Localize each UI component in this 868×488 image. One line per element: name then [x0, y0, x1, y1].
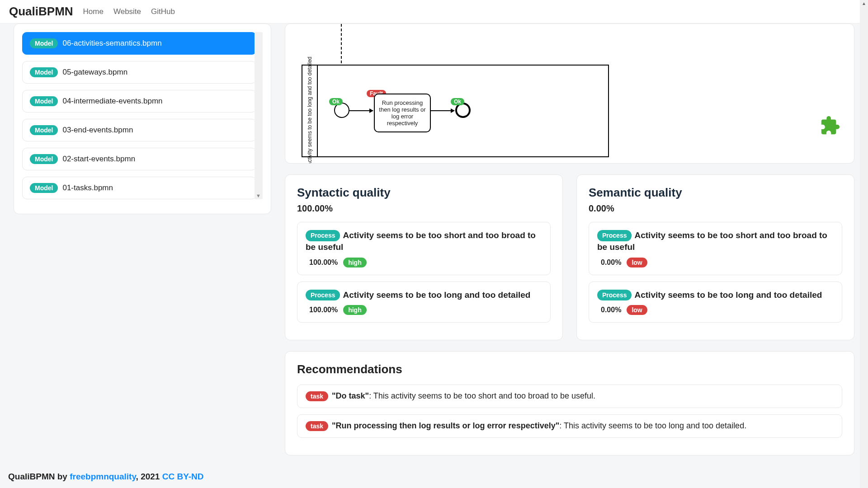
model-label: 01-tasks.bpmn	[62, 183, 113, 192]
level-badge: low	[627, 258, 647, 267]
item-pct: 100.00%	[309, 306, 338, 314]
recommendations-card: Recommendations task"Do task": This acti…	[285, 351, 854, 455]
level-badge: low	[627, 305, 647, 315]
recommendations-title: Recommendations	[297, 362, 842, 376]
semantic-item[interactable]: ProcessActivity seems to be too short an…	[589, 222, 842, 275]
bpmn-lane: Activity seems to be too long and too de…	[302, 65, 609, 157]
process-badge: Process	[306, 230, 340, 241]
model-label: 06-activities-semantics.bpmn	[62, 39, 161, 48]
model-item-01[interactable]: Model 01-tasks.bpmn	[22, 177, 256, 199]
diagram-card: Activity seems to be too long and too de…	[285, 23, 854, 164]
footer-link-license[interactable]: CC BY-ND	[162, 472, 204, 481]
semantic-quality-card: Semantic quality 0.00% ProcessActivity s…	[576, 174, 854, 340]
status-ok: Ok	[451, 98, 464, 105]
nav-home[interactable]: Home	[83, 7, 104, 16]
model-badge: Model	[30, 96, 58, 106]
item-pct: 0.00%	[601, 258, 621, 267]
semantic-title: Semantic quality	[589, 186, 842, 200]
model-badge: Model	[30, 67, 58, 77]
sequence-flow	[349, 110, 373, 111]
model-badge: Model	[30, 154, 58, 164]
model-label: 02-start-events.bpmn	[62, 155, 135, 164]
task-badge: task	[306, 391, 328, 401]
syntactic-quality-card: Syntactic quality 100.00% ProcessActivit…	[285, 174, 563, 340]
status-ok: Ok	[329, 98, 343, 105]
item-pct: 100.00%	[309, 258, 338, 267]
model-list-scrollbar[interactable]: ▼	[255, 32, 263, 199]
model-label: 05-gateways.bpmn	[62, 68, 127, 77]
model-list-card: Model 06-activities-semantics.bpmn Model…	[14, 23, 271, 214]
item-pct: 0.00%	[601, 306, 621, 314]
recommendation-item[interactable]: task"Run processing then log results or …	[297, 414, 842, 438]
chevron-up-icon: ▲	[862, 1, 866, 6]
process-badge: Process	[306, 290, 340, 301]
footer: QualiBPMN by freebpmnquality, 2021 CC BY…	[8, 472, 204, 482]
chevron-down-icon: ▼	[256, 193, 261, 198]
process-badge: Process	[597, 230, 632, 241]
model-label: 03-end-events.bpmn	[62, 126, 133, 135]
level-badge: high	[343, 305, 367, 315]
process-badge: Process	[597, 290, 632, 301]
bpmn-pool: Activity seems to be too long and too de…	[302, 24, 609, 157]
model-item-05[interactable]: Model 05-gateways.bpmn	[22, 61, 256, 84]
syntactic-title: Syntactic quality	[297, 186, 551, 200]
lane-label: Activity seems to be too long and too de…	[302, 66, 318, 156]
semantic-score: 0.00%	[589, 203, 842, 214]
model-item-06[interactable]: Model 06-activities-semantics.bpmn	[22, 32, 256, 55]
nav-github[interactable]: GitHub	[151, 7, 175, 16]
model-badge: Model	[30, 38, 58, 48]
syntactic-item[interactable]: ProcessActivity seems to be too long and…	[297, 282, 551, 323]
sequence-flow	[431, 110, 454, 111]
model-badge: Model	[30, 125, 58, 135]
model-badge: Model	[30, 183, 58, 193]
model-label: 04-intermediate-events.bpmn	[62, 97, 162, 106]
syntactic-item[interactable]: ProcessActivity seems to be too short an…	[297, 222, 551, 275]
nav-website[interactable]: Website	[113, 7, 141, 16]
navbar: QualiBPMN Home Website GitHub	[0, 0, 868, 23]
brand[interactable]: QualiBPMN	[9, 5, 73, 19]
recommendation-item[interactable]: task"Do task": This activity seems to be…	[297, 385, 842, 408]
footer-link-author[interactable]: freebpmnquality	[70, 472, 136, 481]
level-badge: high	[343, 258, 367, 267]
model-item-04[interactable]: Model 04-intermediate-events.bpmn	[22, 90, 256, 113]
bpmn-task[interactable]: Run processing then log results or log e…	[374, 94, 431, 132]
page-scrollbar[interactable]: ▲	[860, 0, 868, 488]
puzzle-icon[interactable]	[820, 115, 840, 136]
syntactic-score: 100.00%	[297, 203, 551, 214]
semantic-item[interactable]: ProcessActivity seems to be too long and…	[589, 282, 842, 323]
task-badge: task	[306, 421, 328, 431]
model-item-02[interactable]: Model 02-start-events.bpmn	[22, 148, 256, 170]
model-item-03[interactable]: Model 03-end-events.bpmn	[22, 119, 256, 141]
